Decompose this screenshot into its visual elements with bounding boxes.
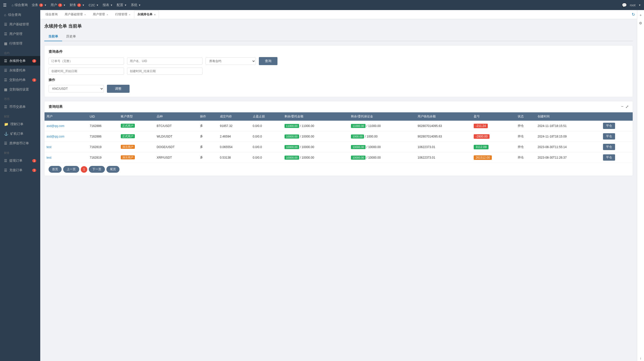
cell-stop: 0.0/0.0 [251, 121, 283, 131]
minimize-icon[interactable]: − [621, 104, 623, 109]
nav-reports[interactable]: 报表 ▼ [103, 3, 113, 7]
close-position-button[interactable]: 平仓 [603, 133, 615, 140]
close-tab-perpetual[interactable]: × [154, 13, 155, 16]
cell-status: 持仓 [516, 152, 536, 163]
list-icon: ☰ [4, 22, 7, 26]
contract-select[interactable]: 所有合约 [206, 57, 256, 65]
sidebar-item-deposit[interactable]: ☰ 充值订单 1 [0, 165, 40, 175]
doc-icon: ☰ [4, 105, 7, 109]
col-action [601, 112, 633, 121]
cell-account-type: 演示用户 [119, 152, 154, 163]
username-input[interactable] [127, 58, 203, 65]
sidebar-item-withdraw[interactable]: ☰ 提现订单 1 [0, 156, 40, 165]
col-status: 状态 [516, 112, 536, 121]
chart-icon: ▦ [4, 41, 7, 46]
cell-remain-margin: 10000.00 / 10000.00 [349, 152, 416, 163]
home-icon: ⌂ [4, 13, 6, 17]
user-arrow-icon[interactable]: ▼ [638, 4, 641, 7]
sidebar-item-mining-order[interactable]: ⚓ 矿机订单 [0, 129, 40, 139]
cell-pnl: 261512.00 [472, 152, 516, 163]
user-link[interactable]: asd@qq.com [47, 124, 64, 128]
close-position-button[interactable]: 平仓 [603, 144, 615, 150]
cell-status: 持仓 [516, 131, 536, 142]
refresh-icon[interactable]: ↻ [632, 12, 635, 17]
cell-direction: 多 [198, 142, 218, 152]
user-link[interactable]: test [47, 156, 51, 159]
sub-tab-current[interactable]: 当前单 [44, 32, 62, 41]
start-date-input[interactable] [49, 68, 124, 75]
close-tab-user-mgmt[interactable]: × [106, 13, 108, 16]
cell-uid: 7162819 [88, 152, 119, 163]
sidebar-item-perpetual-order[interactable]: ☰ 永续委托单 [0, 66, 40, 75]
end-date-input[interactable] [127, 68, 203, 75]
sidebar-item-pledge-order[interactable]: ☰ 质押借币订单 [0, 139, 40, 148]
cell-user: asd@qq.com [45, 131, 88, 142]
sub-tab-history[interactable]: 历史单 [62, 32, 80, 41]
table-row: test 7162819 演示用户 XRP/USDT 多 0.53138 0.0… [45, 152, 633, 163]
sidebar-item-delivery-control[interactable]: ▦ 交割场控设置 [0, 85, 40, 94]
main-layout: ⌂ 综合查询 ☰ 用户基础管理 ☰ 用户管理 ▦ 行情管理 合约 ☰ 永续持仓单… [0, 10, 644, 361]
tab-bar: 综合查询 用户基础管理 × 用户管理 × 行情管理 × 永续持仓单 × ↻ [40, 10, 637, 19]
nav-dashboard[interactable]: ⌂ 综合查询 [12, 3, 28, 7]
anchor-icon: ⚓ [4, 132, 8, 136]
close-tab-user-basic[interactable]: × [84, 13, 86, 16]
expand-icon[interactable]: ⤢ [625, 104, 629, 109]
cell-symbol: WLD/USDT [155, 131, 198, 142]
sidebar-item-user-basic[interactable]: ☰ 用户基础管理 [0, 20, 40, 29]
sidebar-item-finance-order[interactable]: 📁 理财订单 [0, 119, 40, 129]
close-position-button[interactable]: 平仓 [603, 123, 615, 129]
cell-pnl: -211.24 [472, 121, 516, 131]
last-page-button[interactable]: 尾页 [106, 166, 119, 173]
nav-business[interactable]: 业务 3 ▼ [32, 3, 47, 7]
sidebar-item-user-mgmt[interactable]: ☰ 用户管理 [0, 29, 40, 39]
sidebar-item-delivery-contract[interactable]: ☰ 交割合约单 1 [0, 75, 40, 85]
sidebar-item-dashboard[interactable]: ⌂ 综合查询 [0, 10, 40, 20]
cell-direction: 多 [198, 121, 218, 131]
close-position-button[interactable]: 平仓 [603, 154, 615, 161]
user-link[interactable]: asd@qq.com [47, 135, 64, 138]
tab-dashboard[interactable]: 综合查询 [42, 11, 61, 18]
close-tab-market-mgmt[interactable]: × [129, 13, 130, 16]
cell-user: asd@qq.com [45, 121, 88, 131]
user-link[interactable]: test [47, 145, 51, 149]
tab-perpetual[interactable]: 永续持仓单 × [134, 11, 159, 18]
nav-c2c[interactable]: C2C ▼ [89, 3, 99, 7]
order-no-input[interactable] [49, 58, 124, 65]
query-button[interactable]: 查询 [259, 57, 277, 65]
nav-config[interactable]: 配置 ▼ [117, 3, 127, 7]
cell-status: 持仓 [516, 142, 536, 152]
arrow-down-icon[interactable]: ↓ [639, 355, 642, 361]
user-label[interactable]: root [630, 3, 635, 7]
next-page-button[interactable]: 下一页 [89, 166, 105, 173]
nav-users[interactable]: 用户 3 ▼ [51, 3, 65, 7]
sidebar-item-coin-trade[interactable]: ☰ 币币交易单 [0, 102, 40, 112]
cell-action: 平仓 [601, 142, 633, 152]
settings-icon[interactable]: ⚙ [638, 20, 643, 26]
folder-icon: 📁 [4, 122, 8, 126]
tab-market-mgmt[interactable]: 行情管理 × [112, 11, 134, 18]
first-page-button[interactable]: 首页 [49, 166, 62, 173]
message-icon[interactable]: 💬 [622, 3, 627, 8]
cell-direction: 多 [198, 152, 218, 163]
col-pnl: 盈亏 [472, 112, 516, 121]
sidebar-item-market-mgmt[interactable]: ▦ 行情管理 [0, 39, 40, 48]
pnl-badge: -211.24 [474, 124, 488, 128]
cell-avg-price: 91857.32 [218, 121, 251, 131]
adjust-button[interactable]: 调整 [107, 85, 130, 93]
tab-user-mgmt[interactable]: 用户管理 × [90, 11, 111, 18]
plus-icon[interactable]: + [638, 12, 642, 18]
nav-system[interactable]: 系统 ▼ [131, 3, 141, 7]
sidebar-item-perpetual[interactable]: ☰ 永续持仓单 2 [0, 56, 40, 66]
prev-page-button[interactable]: 上一页 [63, 166, 79, 173]
section-coin: 币币 [0, 95, 40, 102]
nav-finance[interactable]: 财务 2 ▼ [70, 3, 85, 7]
col-account-type: 账户类型 [119, 112, 154, 121]
hamburger-icon[interactable]: ☰ [3, 3, 7, 8]
symbol-select[interactable]: KNC/USDT [49, 85, 104, 93]
tab-user-basic[interactable]: 用户基础管理 × [61, 11, 89, 18]
results-header: 查询结果 − ⤢ [45, 101, 633, 112]
results-table: 用户 UID 账户类型 品种 操作 成交均价 止盈止损 剩余/委托金额 剩余/委… [45, 112, 633, 163]
cell-user: test [45, 142, 88, 152]
cell-direction: 多 [198, 131, 218, 142]
current-page[interactable]: 1 [81, 166, 87, 173]
